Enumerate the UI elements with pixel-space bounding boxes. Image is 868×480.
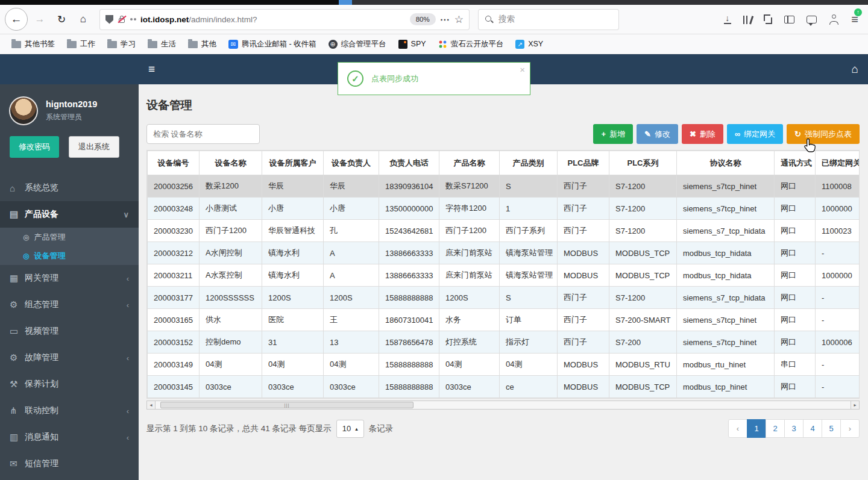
bookmark-item[interactable]: 萤石云开放平台 — [433, 37, 509, 52]
back-button[interactable]: ← — [5, 8, 28, 31]
edit-button[interactable]: ✎修改 — [637, 124, 678, 144]
sidebar: hignton2019 系统管理员 修改密码 退出系统 ⌂系统总览▤产品设备∨◎… — [0, 84, 139, 480]
page-number-button[interactable]: 5 — [822, 419, 841, 438]
bookmark-item[interactable]: 学习 — [102, 37, 141, 52]
sidebar-toggle-icon[interactable] — [784, 16, 794, 23]
sidebar-item-2[interactable]: ▦网关管理‹ — [0, 265, 139, 291]
table-row[interactable]: 200003256数采1200华辰华辰18390936104数采S71200S西… — [148, 175, 860, 198]
page-size-select[interactable]: 10▴ — [336, 420, 364, 438]
column-header[interactable]: PLC品牌 — [558, 151, 609, 175]
sidebar-item-0[interactable]: ⌂系统总览 — [0, 175, 139, 201]
table-row[interactable]: 20000314904测04测04测1588888888804测04测MODBU… — [148, 354, 860, 376]
forward-button[interactable]: → — [30, 10, 49, 29]
sidebar-subitem-1-1[interactable]: ◎设备管理 — [0, 246, 139, 265]
change-password-button[interactable]: 修改密码 — [10, 136, 59, 158]
account-icon[interactable] — [829, 14, 839, 25]
page-number-button[interactable]: 4 — [803, 419, 822, 438]
table-cell: 网口 — [775, 331, 816, 354]
page-prev-button[interactable]: ‹ — [728, 419, 747, 438]
sidebar-item-7[interactable]: ⋔联动控制‹ — [0, 397, 139, 424]
table-cell: 华辰智通科技 — [262, 220, 324, 242]
page-number-button[interactable]: 3 — [784, 419, 804, 438]
page-number-button[interactable]: 2 — [766, 419, 785, 438]
sidebar-item-8[interactable]: ▥消息通知‹ — [0, 424, 139, 450]
bookmark-item[interactable]: 其他 — [183, 37, 222, 52]
table-row[interactable]: 200003165供水医院王18607310041水务订单西门子S7-200-S… — [148, 309, 860, 331]
column-header[interactable]: 设备名称 — [200, 151, 262, 175]
column-header[interactable]: 协议名称 — [677, 151, 775, 175]
bind-gateway-button[interactable]: ∞绑定网关 — [727, 124, 783, 144]
bookmark-item[interactable]: ⊕综合管理平台 — [323, 37, 392, 52]
zoom-indicator[interactable]: 80% — [410, 13, 436, 25]
screenshot-icon[interactable] — [763, 14, 772, 24]
table-cell: 西门子1200 — [439, 220, 500, 242]
sidebar-item-9[interactable]: ✉短信管理 — [0, 450, 139, 477]
scroll-left-arrow[interactable]: ◂ — [146, 401, 156, 410]
bookmark-item[interactable]: 生活 — [142, 37, 181, 52]
bookmark-item[interactable]: 工作 — [61, 37, 101, 52]
bookmark-item[interactable]: ✉腾讯企业邮箱 - 收件箱 — [223, 37, 322, 52]
column-header[interactable]: 通讯方式 — [775, 151, 816, 175]
column-header[interactable]: 负责人电话 — [379, 151, 439, 175]
reload-button[interactable]: ↻ — [52, 10, 71, 29]
page-number-button[interactable]: 1 — [747, 419, 766, 438]
table-cell: - — [816, 287, 860, 309]
app-home-icon[interactable]: ⌂ — [852, 63, 858, 76]
device-search-input[interactable] — [146, 124, 260, 144]
table-row[interactable]: 200003248小唐测试小唐小唐13500000000字符串12001西门子S… — [148, 198, 860, 220]
table-cell: siemens_s7tcp_hinet — [677, 331, 775, 354]
table-row[interactable]: 200003230西门子1200华辰智通科技孔15243642681西门子120… — [148, 220, 860, 242]
add-button[interactable]: +新增 — [593, 124, 633, 144]
column-header[interactable]: 产品名称 — [439, 151, 500, 175]
messages-icon[interactable] — [807, 16, 817, 23]
download-icon[interactable]: ↓ — [724, 15, 731, 24]
menu-icon[interactable]: ≡↑ — [851, 13, 858, 26]
sidebar-item-6[interactable]: ⚒保养计划 — [0, 371, 139, 397]
library-icon[interactable] — [743, 15, 751, 24]
scrollbar-thumb[interactable]: ||| — [160, 402, 414, 408]
delete-button[interactable]: ✖删除 — [682, 124, 723, 144]
force-sync-button[interactable]: ↻强制同步点表 — [787, 124, 860, 144]
table-row[interactable]: 200003211A水泵控制镇海水利A13886663333庶来门前泵站镇海泵站… — [148, 264, 860, 287]
logout-button[interactable]: 退出系统 — [69, 136, 119, 158]
table-cell: 1200SSSSSS — [200, 287, 262, 309]
toast-close-icon[interactable]: × — [520, 64, 525, 75]
column-header[interactable]: PLC系列 — [609, 151, 677, 175]
horizontal-scrollbar[interactable]: ◂ ||| ▸ — [146, 401, 860, 410]
column-header[interactable]: 设备所属客户 — [262, 151, 324, 175]
page-next-button[interactable]: › — [840, 419, 860, 438]
table-row[interactable]: 2000031450303ce0303ce0303ce1588888888803… — [148, 376, 860, 398]
insecure-lock-icon[interactable] — [118, 15, 126, 23]
shield-icon[interactable] — [105, 15, 113, 24]
table-row[interactable]: 200003212A水闸控制镇海水利A13886663333庶来门前泵站镇海泵站… — [148, 242, 860, 264]
table-cell: A水闸控制 — [200, 242, 262, 264]
active-tab-sliver[interactable] — [339, 0, 352, 5]
main-content: 设备管理 +新增✎修改✖删除∞绑定网关↻强制同步点表 设备编号设备名称设备所属客… — [139, 84, 868, 480]
avatar[interactable] — [9, 96, 38, 125]
table-row[interactable]: 200003152控制demo311315878656478灯控系统指示灯西门子… — [148, 331, 860, 354]
sidebar-item-1[interactable]: ▤产品设备∨ — [0, 201, 139, 228]
column-header[interactable]: 设备负责人 — [324, 151, 379, 175]
bookmark-item[interactable]: 其他书签 — [6, 37, 60, 52]
table-row[interactable]: 2000031771200SSSSSS1200S1200S15888888888… — [148, 287, 860, 309]
column-header[interactable]: 产品类别 — [500, 151, 558, 175]
bookmark-item[interactable]: SPY — [393, 37, 432, 51]
sidebar-collapse-icon[interactable]: ≡ — [148, 63, 155, 76]
column-header[interactable]: 设备编号 — [148, 151, 200, 175]
sidebar-item-4[interactable]: ▭视频管理 — [0, 318, 139, 344]
page-actions-icon[interactable]: ⋯ — [440, 14, 450, 25]
url-text[interactable]: iot.idosp.net/admin/index.html? — [140, 15, 406, 24]
sidebar-item-3[interactable]: ⚙组态管理‹ — [0, 291, 139, 318]
permissions-icon[interactable] — [130, 18, 136, 20]
scrollbar-track[interactable]: ||| — [156, 401, 851, 410]
sidebar-subitem-1-0[interactable]: ◎产品管理 — [0, 228, 139, 246]
table-cell: 数采S71200 — [439, 175, 500, 198]
url-bar[interactable]: iot.idosp.net/admin/index.html? 80% ⋯ ☆ — [100, 10, 469, 30]
sidebar-item-5[interactable]: ⚙故障管理‹ — [0, 344, 139, 371]
bookmark-item[interactable]: ↗XSY — [510, 37, 549, 51]
browser-home-button[interactable]: ⌂ — [74, 10, 93, 29]
bookmark-star-icon[interactable]: ☆ — [454, 13, 464, 26]
scroll-right-arrow[interactable]: ▸ — [851, 401, 860, 410]
browser-search-bar[interactable]: 搜索 — [479, 10, 618, 30]
column-header[interactable]: 已绑定网关 — [816, 151, 860, 175]
